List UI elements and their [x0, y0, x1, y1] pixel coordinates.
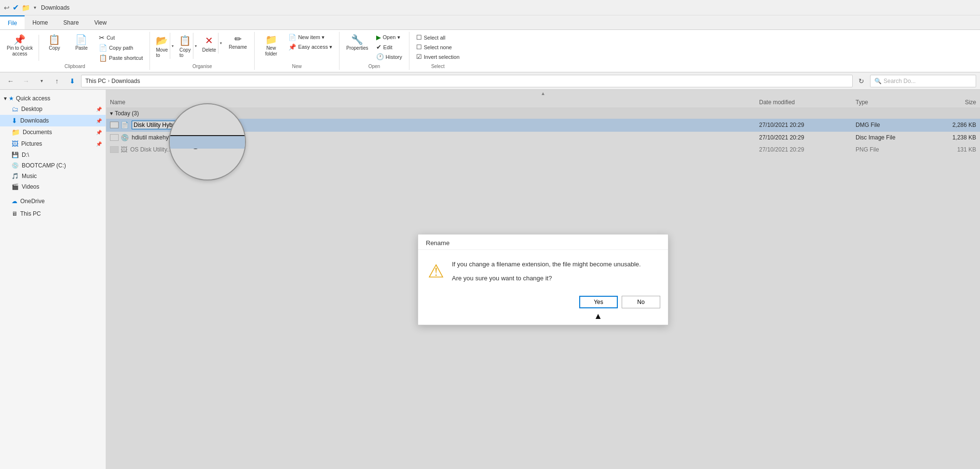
- sidebar-item-videos[interactable]: 🎬 Videos: [0, 181, 106, 192]
- delete-split[interactable]: ✕ Delete ▾: [200, 33, 223, 54]
- dialog-line1: If you change a filename extension, the …: [452, 260, 641, 269]
- edit-button[interactable]: ✔ Edit: [373, 42, 405, 52]
- new-folder-icon: 📁: [265, 35, 277, 44]
- forward-button[interactable]: →: [19, 75, 33, 87]
- path-downloads[interactable]: Downloads: [111, 78, 140, 84]
- sidebar-item-music-label: Music: [22, 173, 37, 179]
- sidebar-item-onedrive[interactable]: ☁ OneDrive: [0, 196, 106, 207]
- select-all-button[interactable]: ☐ Select all: [413, 33, 463, 42]
- paste-shortcut-button[interactable]: 📋 Paste shortcut: [96, 53, 146, 63]
- copy-to-dropdown[interactable]: ▾: [193, 33, 198, 59]
- rename-dialog: Rename ⚠ If you change a filename extens…: [418, 234, 668, 325]
- sidebar-item-downloads[interactable]: ⬇ Downloads 📌: [0, 115, 106, 126]
- sidebar: ▾ ★ Quick access 🗂 Desktop 📌 ⬇ Downloads…: [0, 90, 106, 469]
- rename-button[interactable]: ✏ Rename: [225, 33, 250, 52]
- search-box[interactable]: 🔍 Search Do...: [870, 75, 976, 87]
- copy-to-split[interactable]: 📋 Copyto ▾: [177, 33, 198, 59]
- folder-icon[interactable]: 📁: [22, 4, 30, 12]
- desktop-pin-icon: 📌: [96, 107, 102, 112]
- sidebar-item-documents[interactable]: 📁 Documents 📌: [0, 126, 106, 138]
- dialog-content: ⚠ If you change a filename extension, th…: [418, 250, 668, 291]
- path-this-pc[interactable]: This PC: [85, 78, 106, 84]
- dialog-text: If you change a filename extension, the …: [452, 260, 641, 283]
- paste-shortcut-icon: 📋: [99, 54, 107, 62]
- properties-button[interactable]: 🔧 Properties: [343, 33, 371, 53]
- ribbon-group-select: ☐ Select all ☐ Select none ☑ Invert sele…: [409, 32, 466, 70]
- cut-button[interactable]: ✂ Cut: [96, 33, 146, 42]
- select-none-button[interactable]: ☐ Select none: [413, 42, 463, 52]
- sidebar-item-bootcamp-label: BOOTCAMP (C:): [22, 162, 66, 169]
- pictures-pin-icon: 📌: [96, 141, 102, 147]
- tab-share[interactable]: Share: [55, 15, 86, 29]
- quick-access-label[interactable]: ▾ ★ Quick access: [0, 94, 106, 103]
- sidebar-item-pictures[interactable]: 🖼 Pictures 📌: [0, 138, 106, 150]
- save-icon[interactable]: ✔: [13, 3, 19, 12]
- sidebar-item-d-drive[interactable]: 💾 D:\: [0, 150, 106, 160]
- sidebar-item-documents-label: Documents: [23, 129, 52, 136]
- documents-pin-icon: 📌: [96, 130, 102, 135]
- new-folder-button[interactable]: 📁 Newfolder: [259, 33, 284, 59]
- open-label: Open: [343, 63, 405, 69]
- move-to-dropdown[interactable]: ▾: [170, 33, 175, 59]
- quick-access-star-icon: ★: [9, 95, 14, 102]
- sidebar-item-desktop[interactable]: 🗂 Desktop 📌: [0, 103, 106, 115]
- sidebar-item-this-pc[interactable]: 🖥 This PC: [0, 208, 106, 219]
- copy-to-button[interactable]: 📋 Copyto: [177, 33, 193, 59]
- tab-file[interactable]: File: [0, 15, 25, 29]
- search-placeholder: Search Do...: [884, 78, 916, 84]
- dialog-warning-icon: ⚠: [428, 261, 444, 282]
- invert-selection-button[interactable]: ☑ Invert selection: [413, 52, 463, 61]
- recent-locations-button[interactable]: ▾: [35, 75, 48, 87]
- sidebar-item-music[interactable]: 🎵 Music: [0, 171, 106, 181]
- downloads-nav-icon: ⬇: [66, 75, 79, 87]
- ribbon-group-organise: 📂 Moveto ▾ 📋 Copyto ▾ ✕ Delete ▾: [150, 32, 255, 70]
- title-bar-dropdown[interactable]: ▾: [34, 5, 36, 10]
- select-none-icon: ☐: [416, 43, 422, 51]
- back-button[interactable]: ←: [4, 75, 17, 87]
- dialog-yes-button[interactable]: Yes: [579, 296, 618, 308]
- edit-icon: ✔: [376, 43, 381, 51]
- delete-dropdown[interactable]: ▾: [218, 33, 223, 54]
- pictures-icon: 🖼: [12, 140, 18, 148]
- sidebar-item-pictures-label: Pictures: [21, 140, 42, 147]
- file-area: ▲ Name Date modified Type Size ▾ Today (…: [106, 90, 980, 469]
- copy-button[interactable]: 📋 Copy: [42, 33, 67, 53]
- up-button[interactable]: ↑: [50, 75, 64, 87]
- delete-icon: ✕: [205, 35, 213, 46]
- refresh-button[interactable]: ↻: [855, 75, 868, 87]
- new-item-button[interactable]: 📄 New item ▾: [286, 33, 335, 42]
- open-button[interactable]: ▶ Open ▾: [373, 33, 405, 42]
- easy-access-button[interactable]: 📌 Easy access ▾: [286, 42, 335, 52]
- sidebar-item-onedrive-label: OneDrive: [20, 198, 45, 205]
- properties-icon: 🔧: [351, 35, 363, 44]
- tab-home[interactable]: Home: [25, 15, 55, 29]
- delete-button[interactable]: ✕ Delete: [200, 33, 218, 54]
- cut-icon: ✂: [99, 34, 105, 41]
- cursor-pointer: ▲: [594, 311, 602, 321]
- copy-icon: 📋: [48, 35, 60, 44]
- move-to-split[interactable]: 📂 Moveto ▾: [154, 33, 175, 59]
- select-label: Select: [413, 63, 463, 69]
- d-drive-icon: 💾: [12, 152, 19, 158]
- sidebar-item-bootcamp[interactable]: 💿 BOOTCAMP (C:): [0, 160, 106, 171]
- rename-icon: ✏: [234, 35, 242, 43]
- paste-button[interactable]: 📄 Paste: [69, 33, 94, 53]
- history-button[interactable]: 🕐 History: [373, 52, 405, 61]
- dialog-titlebar: Rename: [418, 234, 668, 250]
- dialog-no-button[interactable]: No: [622, 296, 660, 308]
- desktop-icon: 🗂: [12, 105, 18, 113]
- downloads-icon: ⬇: [12, 117, 17, 124]
- move-to-icon: 📂: [156, 35, 168, 46]
- tab-view[interactable]: View: [86, 15, 114, 29]
- new-item-icon: 📄: [288, 34, 296, 41]
- copy-to-icon: 📋: [179, 35, 191, 46]
- ribbon-group-clipboard: 📌 Pin to Quickaccess 📋 Copy 📄 Paste ✂ Cu…: [0, 32, 150, 70]
- main-container: ▾ ★ Quick access 🗂 Desktop 📌 ⬇ Downloads…: [0, 90, 980, 469]
- pin-quick-access-button[interactable]: 📌 Pin to Quickaccess: [4, 33, 36, 59]
- move-to-button[interactable]: 📂 Moveto: [154, 33, 170, 59]
- copy-path-button[interactable]: 📄 Copy path: [96, 43, 146, 53]
- undo-icon[interactable]: ↩: [4, 4, 10, 12]
- address-path[interactable]: This PC › Downloads: [81, 75, 853, 87]
- organise-label: Organise: [154, 63, 250, 69]
- easy-access-icon: 📌: [288, 43, 296, 51]
